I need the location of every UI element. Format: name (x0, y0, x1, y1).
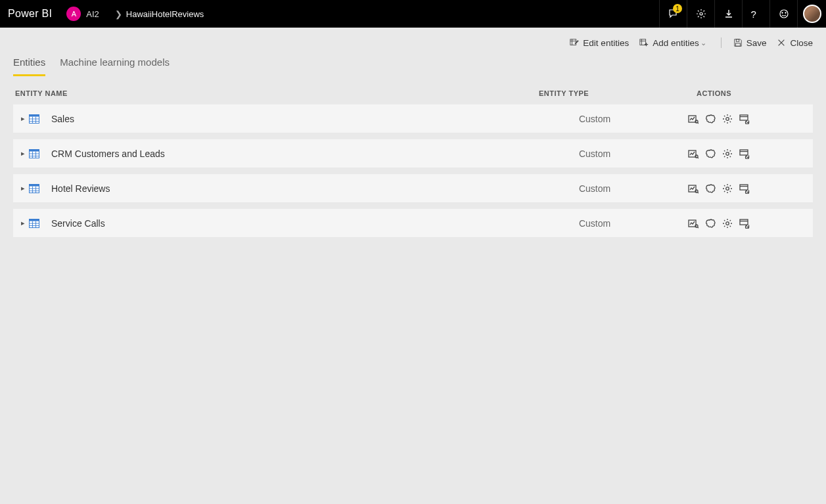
notification-badge: 1 (673, 4, 682, 13)
question-icon: ? (751, 9, 762, 19)
action-refresh-icon[interactable] (739, 114, 750, 124)
page-toolbar: Edit entities Add entities ⌄ Save Close (0, 28, 826, 58)
action-insights-icon[interactable] (688, 149, 699, 159)
svg-rect-31 (740, 219, 748, 225)
action-ml-model-icon[interactable] (705, 114, 716, 124)
expand-toggle[interactable]: ▸ (20, 219, 26, 227)
svg-point-23 (695, 190, 698, 193)
close-button[interactable]: Close (777, 38, 813, 48)
add-entities-dropdown[interactable]: ⌄ (698, 39, 709, 47)
svg-point-30 (726, 221, 729, 225)
help-button[interactable]: ? (742, 0, 769, 28)
table-row[interactable]: ▸ CRM Customers and Leads Custom (13, 139, 813, 168)
action-insights-icon[interactable] (688, 218, 699, 229)
entities-table: ENTITY NAME ENTITY TYPE ACTIONS ▸ Sales … (0, 76, 826, 238)
user-avatar-button[interactable] (797, 0, 826, 28)
table-entity-icon (29, 184, 39, 193)
entity-type: Custom (539, 149, 651, 159)
save-label: Save (746, 38, 767, 48)
save-icon (733, 38, 743, 47)
svg-point-11 (695, 120, 698, 123)
svg-rect-9 (30, 114, 39, 116)
col-header-name: ENTITY NAME (13, 89, 539, 97)
entity-name: Service Calls (51, 218, 105, 229)
table-row[interactable]: ▸ Service Calls Custom (13, 208, 813, 238)
svg-rect-25 (740, 185, 748, 190)
download-button[interactable] (714, 0, 742, 28)
svg-rect-27 (30, 219, 39, 221)
svg-point-29 (695, 225, 698, 227)
toolbar-divider (721, 37, 722, 48)
svg-point-0 (700, 12, 702, 15)
svg-point-18 (726, 152, 729, 155)
svg-rect-13 (740, 115, 748, 120)
action-insights-icon[interactable] (688, 183, 699, 194)
action-settings-icon[interactable] (722, 114, 733, 124)
action-insights-icon[interactable] (688, 114, 699, 124)
close-label: Close (790, 38, 813, 48)
action-ml-model-icon[interactable] (705, 218, 716, 229)
add-entities-label: Add entities (653, 38, 699, 48)
top-nav-bar: Power BI A AI2 ❯ HawaiiHotelReviews 1 ? (0, 0, 826, 28)
action-settings-icon[interactable] (722, 149, 733, 159)
edit-entities-button[interactable]: Edit entities (570, 38, 629, 48)
save-button[interactable]: Save (733, 38, 767, 48)
action-refresh-icon[interactable] (739, 183, 750, 194)
chevron-right-icon: ❯ (115, 9, 122, 19)
svg-rect-4 (570, 39, 576, 45)
svg-rect-21 (30, 184, 39, 186)
action-settings-icon[interactable] (722, 183, 733, 194)
svg-point-2 (781, 12, 783, 14)
feedback-button[interactable] (769, 0, 797, 28)
settings-button[interactable] (687, 0, 714, 28)
col-header-type: ENTITY TYPE (539, 89, 651, 97)
edit-entities-icon (570, 38, 579, 47)
svg-point-12 (726, 117, 729, 120)
tab-entities[interactable]: Entities (13, 57, 45, 76)
expand-toggle[interactable]: ▸ (20, 184, 26, 193)
entity-name: Sales (51, 114, 74, 124)
svg-point-17 (695, 155, 698, 158)
action-refresh-icon[interactable] (739, 218, 750, 229)
action-refresh-icon[interactable] (739, 149, 750, 159)
action-ml-model-icon[interactable] (705, 183, 716, 194)
breadcrumb-dataset[interactable]: HawaiiHotelReviews (126, 9, 204, 19)
action-ml-model-icon[interactable] (705, 149, 716, 159)
action-settings-icon[interactable] (722, 218, 733, 229)
expand-toggle[interactable]: ▸ (20, 114, 26, 123)
entity-type: Custom (539, 218, 651, 229)
add-entities-icon (639, 38, 649, 47)
svg-rect-7 (735, 43, 740, 46)
table-entity-icon (29, 114, 39, 124)
table-row[interactable]: ▸ Hotel Reviews Custom (13, 173, 813, 203)
tab-ml-models[interactable]: Machine learning models (60, 57, 170, 76)
svg-point-3 (785, 12, 786, 14)
entity-name: CRM Customers and Leads (51, 149, 165, 159)
svg-rect-19 (740, 150, 748, 155)
entity-name: Hotel Reviews (51, 183, 110, 194)
table-entity-icon (29, 219, 39, 228)
workspace-name[interactable]: AI2 (86, 9, 99, 19)
svg-point-24 (726, 187, 729, 190)
table-header: ENTITY NAME ENTITY TYPE ACTIONS (13, 85, 813, 104)
add-entities-button[interactable]: Add entities (639, 38, 699, 48)
breadcrumb: AI2 ❯ HawaiiHotelReviews (86, 9, 204, 19)
table-row[interactable]: ▸ Sales Custom (13, 104, 813, 133)
svg-rect-15 (30, 149, 39, 151)
table-entity-icon (29, 149, 39, 158)
notifications-button[interactable]: 1 (659, 0, 687, 28)
svg-point-1 (780, 10, 788, 18)
svg-rect-6 (736, 39, 739, 42)
entity-type: Custom (539, 183, 651, 194)
workspace-badge[interactable]: A (66, 7, 81, 21)
tab-bar: Entities Machine learning models (0, 57, 826, 76)
close-icon (777, 38, 786, 47)
avatar-icon (803, 5, 821, 23)
edit-entities-label: Edit entities (583, 38, 629, 48)
brand-label: Power BI (8, 8, 52, 20)
col-header-actions: ACTIONS (651, 89, 813, 97)
entity-type: Custom (539, 114, 651, 124)
expand-toggle[interactable]: ▸ (20, 149, 26, 158)
